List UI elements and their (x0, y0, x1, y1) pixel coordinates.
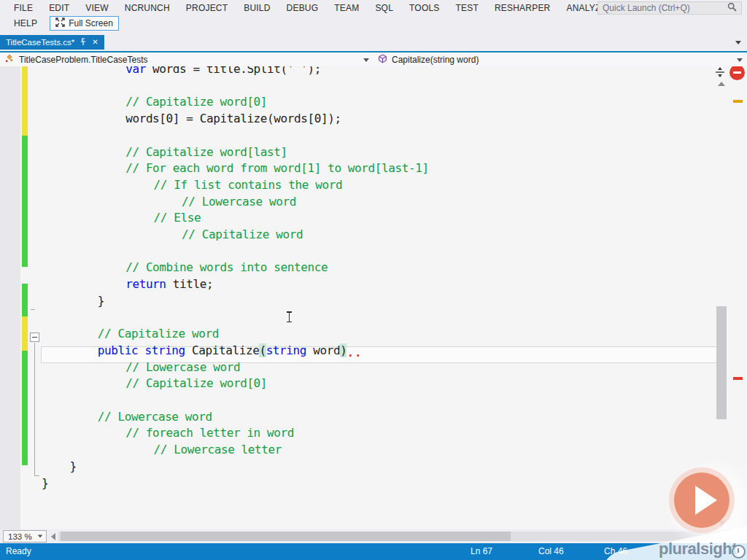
member-dropdown[interactable]: Capitalize(string word) (374, 52, 747, 66)
class-icon (4, 53, 15, 66)
code-line: // For each word from word[1] to word[la… (125, 160, 428, 176)
menu-bar-row2: HELP Full Screen (0, 15, 747, 31)
code-line: // Lowercase word (125, 359, 240, 376)
horizontal-scrollbar-thumb[interactable] (61, 532, 511, 541)
code-line: } (69, 458, 76, 475)
caret-mark[interactable] (733, 100, 743, 103)
menu-view[interactable]: VIEW (77, 1, 116, 15)
tab-title: TitleCaseTests.cs* (6, 38, 74, 47)
saved-change-bar (22, 66, 28, 136)
search-icon (727, 1, 737, 15)
zoom-level-select[interactable]: 133 % (3, 530, 47, 542)
menu-debug[interactable]: DEBUG (279, 1, 327, 15)
status-insert-mode: INS (702, 546, 716, 556)
breakpoint-margin[interactable] (0, 66, 20, 529)
status-column: Col 46 (538, 546, 564, 556)
fold-guide (31, 309, 35, 310)
menu-project[interactable]: PROJECT (178, 1, 236, 15)
quick-launch-input[interactable]: Quick Launch (Ctrl+Q) (597, 1, 742, 15)
menu-build[interactable]: BUILD (236, 1, 278, 15)
unsaved-change-bar (22, 351, 28, 465)
error-mark[interactable] (733, 377, 743, 380)
status-char: Ch 46 (604, 546, 627, 556)
type-dropdown[interactable]: TitleCaseProblem.TitleCaseTests (0, 52, 374, 66)
full-screen-button[interactable]: Full Screen (50, 16, 119, 31)
code-line: // Lowercase letter (154, 441, 282, 458)
chevron-down-icon (737, 58, 743, 62)
zoom-level-value: 133 % (8, 532, 32, 541)
menu-file[interactable]: FILE (6, 1, 41, 15)
menu-bar: FILEEDITVIEWNCRUNCHPROJECTBUILDDEBUGTEAM… (0, 0, 747, 15)
status-ready: Ready (6, 546, 31, 556)
fold-guide (34, 475, 39, 476)
close-icon[interactable]: ✕ (92, 39, 98, 46)
member-dropdown-value: Capitalize(string word) (392, 55, 479, 65)
horizontal-scrollbar[interactable] (58, 532, 721, 541)
navigation-bar: TitleCaseProblem.TitleCaseTests Capitali… (0, 51, 747, 66)
status-line: Ln 67 (471, 546, 492, 556)
saved-change-bar (22, 316, 28, 351)
menu-help[interactable]: HELP (6, 16, 45, 31)
menu-edit[interactable]: EDIT (41, 1, 77, 15)
status-bar: Ready Ln 67 Col 46 Ch 46 INS (0, 543, 747, 560)
chevron-down-icon (363, 58, 369, 62)
menu-resharper[interactable]: RESHARPER (487, 1, 558, 15)
code-line: public string Capitalize(string word).. (98, 342, 363, 359)
menu-tools[interactable]: TOOLS (401, 1, 447, 15)
text-cursor-ibeam (286, 311, 293, 322)
vertical-scrollbar[interactable] (716, 79, 727, 529)
code-line: } (42, 475, 48, 491)
menu-sql[interactable]: SQL (367, 1, 401, 15)
type-dropdown-value: TitleCaseProblem.TitleCaseTests (19, 55, 148, 65)
code-line: // Combine words into sentence (125, 259, 328, 276)
menu-team[interactable]: TEAM (326, 1, 367, 15)
code-line: // Else (154, 209, 201, 226)
unsaved-change-bar (22, 284, 28, 316)
fullscreen-icon (55, 18, 65, 29)
editor-bottom-bar: 133 % (0, 529, 747, 543)
code-line: // If list contains the word (154, 176, 343, 193)
menu-ncrunch[interactable]: NCRUNCH (117, 1, 178, 15)
collapse-region-button[interactable] (30, 332, 39, 342)
menu-test[interactable]: TEST (448, 1, 487, 15)
code-line: // Lowercase word (182, 193, 296, 210)
scroll-down-icon[interactable] (718, 521, 725, 525)
code-line: // Capitalize word (182, 226, 303, 243)
chevron-down-icon (38, 535, 42, 538)
tab-titlecasetests[interactable]: TitleCaseTests.cs* ✕ (0, 35, 104, 50)
code-line: // Capitalize word[last] (125, 144, 287, 160)
scroll-up-icon[interactable] (718, 82, 725, 86)
code-line: var words = title.Split(' '); (125, 66, 321, 77)
scroll-left-icon[interactable] (51, 533, 55, 540)
unsaved-change-bar (22, 136, 28, 267)
code-line: // Capitalize word[0] (125, 93, 267, 110)
code-line: words[0] = Capitalize(words[0]); (125, 110, 341, 127)
code-line: } (98, 292, 104, 309)
code-editor[interactable]: var words = title.Split(' ');// Capitali… (0, 66, 747, 529)
code-line: // foreach letter in word (125, 424, 294, 441)
code-line: // Capitalize word[0] (125, 375, 267, 392)
code-line: // Lowercase word (98, 408, 212, 425)
chevron-down-icon[interactable] (735, 41, 741, 44)
fold-guide (34, 343, 35, 475)
code-line: return title; (125, 276, 213, 292)
vs-window: FILEEDITVIEWNCRUNCHPROJECTBUILDDEBUGTEAM… (0, 0, 747, 560)
full-screen-label: Full Screen (69, 18, 113, 28)
code-line: // Capitalize word (98, 325, 219, 342)
quick-launch-placeholder: Quick Launch (Ctrl+Q) (603, 3, 727, 13)
pin-icon[interactable] (80, 38, 87, 47)
tab-bar: TitleCaseTests.cs* ✕ (0, 35, 747, 50)
vertical-scrollbar-thumb[interactable] (716, 306, 727, 419)
method-icon (378, 54, 387, 66)
